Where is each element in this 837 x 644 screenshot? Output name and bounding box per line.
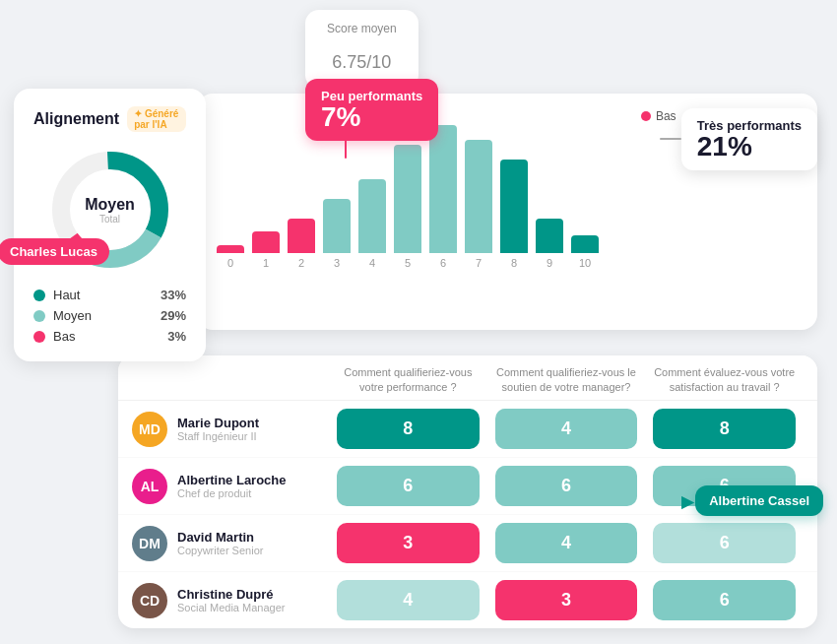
score-pill: 3 [495,580,638,620]
score-number: 6.75 [332,52,366,72]
person-cell: MDMarie DupontStaff Ingénieur II [132,412,329,447]
header-satisfaction: Comment évaluez-vous votre satisfaction … [645,365,804,394]
score-cell: 6 [329,466,487,506]
person-name: Marie Dupont [177,416,259,430]
score-pill: 3 [337,523,480,563]
person-cell: ALAlbertine LarocheChef de produit [132,469,329,504]
score-cell: 4 [487,523,646,563]
bar-group: 3 [323,199,351,269]
legend-haut-item: Haut 33% [33,288,186,302]
bar-group: 0 [217,245,244,269]
person-info: David MartinCopywriter Senior [177,530,263,556]
bas-label: Bas [656,109,676,123]
header-person [132,365,329,394]
header-manager: Comment qualifieriez-vous le soutien de … [487,365,646,394]
bar-label: 8 [511,257,517,269]
legend-bas-item: Bas 3% [33,329,186,344]
table-row: CDChristine DupréSocial Media Manager436 [118,572,817,628]
bar-label: 2 [298,257,304,269]
person-info: Albertine LarocheChef de produit [177,473,287,499]
donut-center: Moyen Total [85,196,135,225]
avatar: CD [132,583,167,618]
person-info: Christine DupréSocial Media Manager [177,587,285,613]
bar [217,245,244,253]
score-cell: 6 [645,580,804,620]
person-name: Albertine Laroche [177,473,287,487]
score-cell: 4 [329,580,487,620]
tres-value: 21% [697,133,802,161]
haut-align-dot [33,290,45,301]
table-headers: Comment qualifieriez-vous votre performa… [118,355,817,401]
bar [571,235,599,253]
bar-label: 1 [263,257,269,269]
tooltip-tres-performants: Très performants 21% [681,108,817,170]
person-role: Chef de produit [177,487,287,499]
moyen-align-dot [33,310,45,322]
bar [429,125,457,253]
bar-group: 7 [465,140,492,269]
score-cell: 8 [645,409,804,449]
moyen-align-pct: 29% [161,308,186,323]
header-performance: Comment qualifieriez-vous votre performa… [329,365,487,394]
bar-label: 0 [227,257,233,269]
bar-label: 3 [334,257,340,269]
score-pill: 4 [337,580,480,620]
person-name: David Martin [177,530,263,545]
table-row: DMDavid MartinCopywriter Senior346 [118,515,817,572]
person-info: Marie DupontStaff Ingénieur II [177,416,259,442]
donut-center-sub: Total [85,214,135,225]
score-pill: 6 [653,580,796,620]
score-cell: 3 [487,580,646,620]
bar [500,160,528,253]
score-value: 6.75/10 [327,35,397,77]
score-label: Score moyen [327,22,397,35]
bar-group: 10 [571,235,599,269]
bar-label: 5 [405,257,411,269]
bas-dot [641,111,651,121]
bar [394,145,421,253]
score-cell: 6 [487,466,646,506]
bar-group: 8 [500,160,528,269]
bar-group: 6 [429,125,457,269]
person-role: Social Media Manager [177,602,285,613]
peu-value: 7% [321,103,422,131]
tooltip-albertine-cassel: Albertine Cassel [695,485,823,516]
tooltip-peu-performants: Peu performants 7% [305,79,438,141]
bar-group: 4 [358,179,386,269]
person-role: Staff Ingénieur II [177,430,259,442]
score-cell: 8 [329,409,487,449]
bar-group: 2 [288,219,315,269]
haut-align-name: Haut [53,288,153,302]
avatar: DM [132,526,167,561]
legend-moyen-item: Moyen 29% [33,308,186,323]
bar [465,140,492,253]
legend-bas: Bas [641,109,676,123]
alignement-card: Alignement ✦ Généré par l'IA Moyen Total [14,89,206,361]
alignement-header: Alignement ✦ Généré par l'IA [33,106,186,132]
score-pill: 8 [653,409,796,449]
score-pill: 8 [337,409,480,449]
score-cell: 6 [645,523,804,563]
person-cell: DMDavid MartinCopywriter Senior [132,526,329,561]
ai-badge: ✦ Généré par l'IA [127,106,186,132]
charles-lucas-label: Charles Lucas [0,238,109,265]
alignement-legend: Haut 33% Moyen 29% Bas 3% [33,288,186,344]
score-pill: 6 [653,523,796,563]
bar-label: 6 [440,257,446,269]
bar-label: 7 [476,257,482,269]
donut-center-label: Moyen [85,196,135,214]
bas-align-pct: 3% [167,329,186,344]
bar-group: 1 [252,231,280,269]
score-card: Score moyen 6.75/10 [305,10,418,89]
avatar: MD [132,412,167,447]
score-pill: 4 [495,409,638,449]
bar-label: 4 [369,257,375,269]
score-suffix: /10 [366,52,391,72]
bas-align-name: Bas [53,329,160,344]
bar [252,231,280,253]
score-pill: 4 [495,523,638,563]
bar [288,219,315,253]
person-cell: CDChristine DupréSocial Media Manager [132,583,329,618]
bar [323,199,351,253]
person-role: Copywriter Senior [177,545,263,556]
